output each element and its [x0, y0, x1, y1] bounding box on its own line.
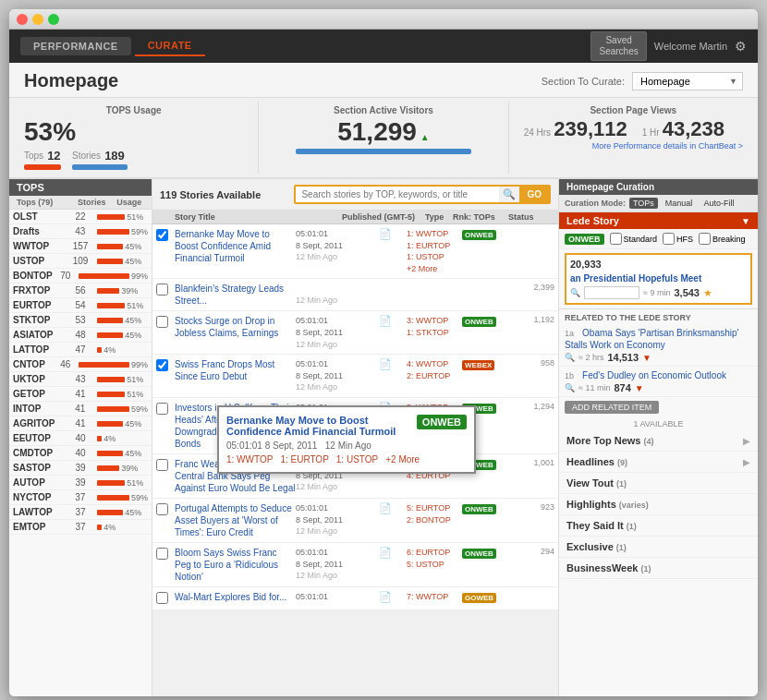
- tops-row[interactable]: CNTOP 46 99%: [9, 357, 152, 372]
- type-icon: 📄: [379, 547, 392, 558]
- stories-label: Stories: [72, 151, 101, 161]
- story-title[interactable]: Blankfein's Strategy Leads Street...: [175, 283, 296, 307]
- views-1h: 43,238: [663, 117, 724, 140]
- mode-tops[interactable]: TOPs: [629, 198, 658, 209]
- section-dropdown[interactable]: Homepage: [632, 72, 743, 91]
- story-checkbox[interactable]: [156, 315, 175, 330]
- usage-pct: 45%: [125, 331, 141, 340]
- tops-row[interactable]: Drafts 43 59%: [9, 224, 152, 239]
- tops-row[interactable]: AUTOP 39 51%: [9, 476, 152, 490]
- search-small-icon: 🔍: [570, 288, 580, 297]
- story-checkbox[interactable]: [156, 502, 175, 517]
- tops-row[interactable]: INTOP 41 59%: [9, 402, 152, 416]
- mode-autofill[interactable]: Auto-Fill: [700, 198, 737, 209]
- tops-name: GETOP: [13, 389, 64, 399]
- tops-row[interactable]: WWTOP 157 45%: [9, 239, 152, 254]
- related-num: 1a: [565, 329, 579, 338]
- breaking-checkbox[interactable]: [699, 233, 711, 245]
- story-checkbox[interactable]: [156, 228, 175, 243]
- story-title[interactable]: Bernanke May Move to Boost Confidence Am…: [175, 228, 296, 264]
- tops-row[interactable]: USTOP 109 45%: [9, 254, 152, 269]
- story-checkbox[interactable]: [156, 402, 175, 416]
- curation-section-item[interactable]: BusinessWeek (1): [559, 558, 758, 579]
- story-check-input[interactable]: [156, 316, 168, 328]
- usage-bar: [97, 288, 119, 294]
- tops-row[interactable]: EURTOP 54 51%: [9, 298, 152, 313]
- tops-row[interactable]: BONTOP 70 99%: [9, 269, 152, 284]
- add-related-btn[interactable]: ADD RELATED ITEM: [565, 401, 659, 414]
- story-check-input[interactable]: [156, 359, 168, 371]
- views-down-icon: ▼: [635, 383, 644, 393]
- tops-row[interactable]: FRXTOP 56 39%: [9, 284, 152, 298]
- related-list: 1a Obama Says 'Partisan Brinksmanship' S…: [559, 324, 758, 397]
- tops-row[interactable]: EMTOP 37 4%: [9, 520, 152, 535]
- search-input[interactable]: [296, 187, 499, 202]
- story-title[interactable]: Portugal Attempts to Seduce Asset Buyers…: [175, 502, 296, 538]
- search-go-btn[interactable]: GO: [519, 187, 549, 202]
- maximize-button[interactable]: [48, 14, 59, 25]
- curation-section-item[interactable]: Headlines (9) ▶: [559, 452, 758, 473]
- tops-row[interactable]: LATTOP 47 4%: [9, 343, 152, 357]
- curation-section-item[interactable]: They Said It (1): [559, 515, 758, 537]
- tops-stories: 39: [64, 477, 98, 488]
- cb-hfs[interactable]: HFS: [663, 233, 693, 245]
- gear-icon[interactable]: ⚙: [735, 39, 747, 54]
- lede-search-input[interactable]: [584, 286, 639, 299]
- curation-section-item[interactable]: View Tout (1): [559, 473, 758, 494]
- perf-link[interactable]: More Performance details in ChartBeat >: [524, 141, 743, 151]
- tooltip-title[interactable]: Bernanke May Move to Boost Confidence Am…: [226, 415, 417, 437]
- story-check-input[interactable]: [156, 229, 168, 241]
- story-checkbox[interactable]: [156, 591, 175, 606]
- tops-row[interactable]: OLST 22 51%: [9, 210, 152, 224]
- story-title[interactable]: Swiss Franc Drops Most Since Euro Debut: [175, 358, 296, 382]
- curation-section-item[interactable]: More Top News (4) ▶: [559, 430, 758, 452]
- story-check-input[interactable]: [156, 592, 168, 604]
- tops-usage: 45%: [97, 508, 148, 517]
- tops-name: EEUTOP: [13, 433, 64, 443]
- related-title[interactable]: Obama Says 'Partisan Brinksmanship' Stal…: [565, 328, 739, 350]
- tops-row[interactable]: ASIATOP 48 45%: [9, 328, 152, 343]
- tops-row[interactable]: SASTOP 39 39%: [9, 461, 152, 476]
- tops-row[interactable]: AGRITOP 41 45%: [9, 416, 152, 431]
- story-checkbox[interactable]: [156, 458, 175, 473]
- related-item: 1a Obama Says 'Partisan Brinksmanship' S…: [559, 324, 758, 367]
- tops-row[interactable]: GETOP 41 51%: [9, 387, 152, 402]
- lede-story-title[interactable]: an Presidential Hopefuls Meet: [570, 272, 747, 284]
- curate-nav-btn[interactable]: CURATE: [135, 36, 205, 56]
- standard-checkbox[interactable]: [610, 233, 622, 245]
- tops-row[interactable]: LAWTOP 37 45%: [9, 505, 152, 520]
- story-checkbox[interactable]: [156, 283, 175, 297]
- story-title[interactable]: Wal-Mart Explores Bid for...: [175, 591, 296, 603]
- views-1h-label: 1 Hr: [642, 127, 660, 138]
- search-icon-small: 🔍: [565, 383, 575, 392]
- lede-story-box: 20,933 an Presidential Hopefuls Meet 🔍 ≈…: [565, 253, 752, 305]
- story-check-input[interactable]: [156, 548, 168, 560]
- saved-searches-btn[interactable]: SavedSearches: [590, 31, 646, 61]
- performance-nav-btn[interactable]: PERFORMANCE: [20, 37, 131, 55]
- minimize-button[interactable]: [32, 14, 43, 25]
- curation-section-item[interactable]: Highlights (varies): [559, 494, 758, 515]
- story-title[interactable]: Stocks Surge on Drop in Jobless Claims, …: [175, 315, 296, 339]
- cb-standard[interactable]: Standard: [610, 233, 658, 245]
- tops-stories: 56: [64, 285, 98, 296]
- tops-row[interactable]: UKTOP 43 51%: [9, 372, 152, 387]
- curation-section-item[interactable]: Exclusive (1): [559, 537, 758, 558]
- tops-row[interactable]: STKTOP 53 45%: [9, 313, 152, 328]
- story-check-input[interactable]: [156, 284, 168, 296]
- related-title[interactable]: Fed's Dudley on Economic Outlook: [582, 370, 726, 380]
- close-button[interactable]: [17, 14, 28, 25]
- story-checkbox[interactable]: [156, 547, 175, 561]
- tops-row[interactable]: CMDTOP 40 45%: [9, 446, 152, 461]
- story-views: 1,192: [508, 315, 554, 324]
- story-title[interactable]: Bloom Says Swiss Franc Peg to Euro a 'Ri…: [175, 547, 296, 583]
- cb-breaking[interactable]: Breaking: [699, 233, 746, 245]
- hfs-checkbox[interactable]: [663, 233, 675, 245]
- mode-manual[interactable]: Manual: [662, 198, 697, 209]
- story-checkbox[interactable]: [156, 358, 175, 373]
- tops-row[interactable]: NYCTOP 37 59%: [9, 490, 152, 505]
- tops-name: INTOP: [13, 404, 64, 414]
- story-check-input[interactable]: [156, 459, 168, 471]
- story-check-input[interactable]: [156, 403, 168, 415]
- story-check-input[interactable]: [156, 503, 168, 515]
- tops-row[interactable]: EEUTOP 40 4%: [9, 431, 152, 446]
